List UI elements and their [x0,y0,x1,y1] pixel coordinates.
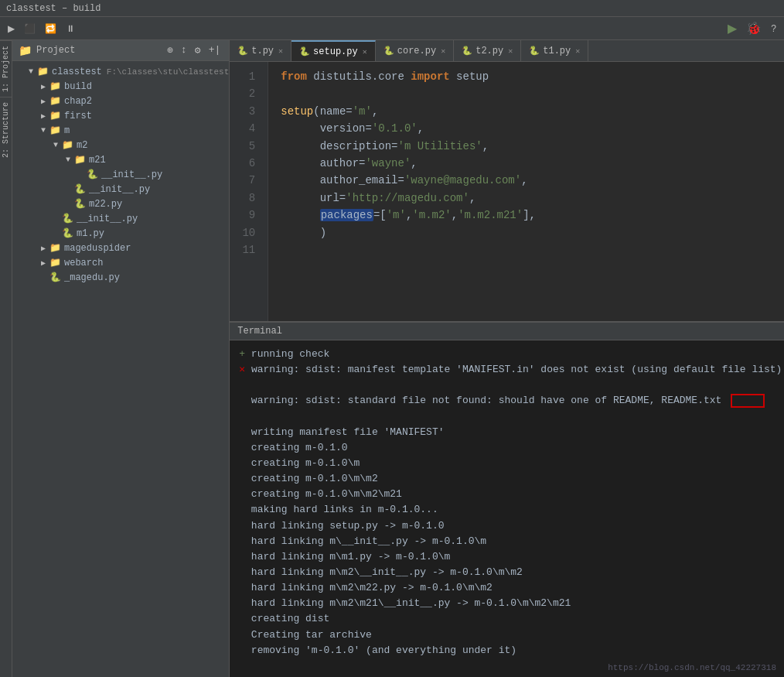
toolbar-btn-2[interactable]: ⬛ [21,22,39,36]
tree-item-m2-init[interactable]: ▶ 🐍 __init__.py [12,182,229,197]
code-line-1: from distutils.core import setup [281,68,779,85]
terminal-line-2: ✕ warning: sdist: manifest template 'MAN… [239,362,782,378]
t1-py-icon: 🐍 [529,46,540,56]
debug-btn[interactable]: 🐞 [743,19,765,37]
file-tree: ▼ 📁 classtest F:\classes\stu\classtest ▶… [12,61,229,677]
code-line-9: packages=['m','m.m2','m.m2.m21'], [281,207,779,224]
tab-t-label: t.py [251,46,274,56]
tree-item-build[interactable]: ▶ 📁 build [12,79,229,94]
tree-item-first[interactable]: ▶ 📁 first [12,108,229,123]
terminal-line-5 [239,409,782,425]
t-py-icon: 🐍 [237,46,248,56]
toolbar-btn-4[interactable]: ⏸ [63,22,78,36]
code-content[interactable]: from distutils.core import setup setup(n… [268,62,784,321]
side-label-project[interactable]: 1: Project [0,40,12,97]
tab-t2-label: t2.py [476,46,503,56]
tree-item-magedu[interactable]: ▶ 🐍 _magedu.py [12,270,229,285]
terminal-title: Terminal [237,326,282,337]
terminal-line-8: creating m-0.1.0\m [239,456,782,471]
tab-setup[interactable]: 🐍 setup.py ✕ [291,40,376,61]
tab-t1[interactable]: 🐍 t1.py ✕ [521,40,588,61]
tree-item-classtest[interactable]: ▼ 📁 classtest F:\classes\stu\classtest [12,64,229,79]
tab-setup-close[interactable]: ✕ [363,47,367,56]
tab-t[interactable]: 🐍 t.py ✕ [230,40,291,61]
terminal-line-1: + running check [239,347,782,362]
run-btn[interactable]: ▶ [724,19,740,37]
terminal-body[interactable]: + running check ✕ warning: sdist: manife… [230,340,784,677]
terminal-line-17: hard linking m\m2\m21\__init__.py -> m-0… [239,596,782,611]
setup-py-icon: 🐍 [299,46,310,56]
tree-item-m2[interactable]: ▼ 📁 m2 [12,138,229,152]
code-line-2 [281,85,779,102]
app-title: classtest – build [6,3,101,14]
tree-item-m-init[interactable]: ▶ 🐍 __init__.py [12,211,229,226]
side-label-structure[interactable]: 2: Structure [0,97,12,162]
code-line-3: setup(name='m', [281,103,779,120]
tab-t-close[interactable]: ✕ [278,46,283,56]
code-editor[interactable]: 1 2 3 4 5 6 7 8 9 10 11 from distutils.c… [230,62,784,321]
terminal-section: Terminal + running check ✕ warning: sdis… [230,321,784,677]
t2-py-icon: 🐍 [462,46,472,56]
selected-token-packages: packages [320,209,373,221]
code-line-4: version='0.1.0', [281,120,779,137]
tab-core-close[interactable]: ✕ [441,46,445,56]
tree-item-m21[interactable]: ▼ 📁 m21 [12,152,229,167]
tree-item-mageduspider[interactable]: ▶ 📁 mageduspider [12,241,229,255]
tree-item-m[interactable]: ▼ 📁 m [12,123,229,138]
tree-item-m1[interactable]: ▶ 🐍 m1.py [12,226,229,241]
tab-core-label: core.py [397,46,436,56]
terminal-line-19: Creating tar archive [239,627,782,643]
tab-t1-close[interactable]: ✕ [575,46,580,56]
project-panel: 📁 Project ⊕ ↕ ⚙ +| ▼ 📁 classtest F:\clas… [12,40,230,677]
terminal-line-4: warning: sdist: standard file not found:… [239,393,782,409]
code-line-5: description='m Utilities', [281,138,779,155]
tab-t2-close[interactable]: ✕ [508,46,513,56]
tab-setup-label: setup.py [313,46,358,57]
core-py-icon: 🐍 [383,46,394,56]
code-line-6: author='wayne', [281,155,779,172]
side-labels: 1: Project 2: Structure [0,40,12,677]
code-line-8: url='http://magedu.com', [281,190,779,207]
tree-item-m22[interactable]: ▶ 🐍 m22.py [12,197,229,211]
project-header: 📁 Project ⊕ ↕ ⚙ +| [12,40,229,61]
terminal-line-20: removing 'm-0.1.0' (and everything under… [239,643,782,658]
code-line-11 [281,241,779,258]
terminal-line-12: hard linking setup.py -> m-0.1.0 [239,518,782,534]
tab-core[interactable]: 🐍 core.py ✕ [376,40,454,61]
tab-t2[interactable]: 🐍 t2.py ✕ [454,40,521,61]
terminal-header: Terminal [230,323,784,340]
terminal-line-10: creating m-0.1.0\m\m2\m21 [239,487,782,502]
terminal-line-13: hard linking m\__init__.py -> m-0.1.0\m [239,534,782,549]
sync-icon[interactable]: ⊕ [165,43,176,57]
error-icon: ✕ [239,364,245,375]
project-header-icons: ⊕ ↕ ⚙ +| [165,43,223,57]
editor-area: 🐍 t.py ✕ 🐍 setup.py ✕ 🐍 core.py ✕ 🐍 t2.p… [230,40,784,677]
code-line-7: author_email='wayne@magedu.com', [281,172,779,189]
watermark: https://blog.csdn.net/qq_42227318 [608,663,776,672]
terminal-line-16: hard linking m\m2\m22.py -> m-0.1.0\m\m2 [239,580,782,596]
help-btn[interactable]: ? [768,22,779,36]
expand-icon[interactable]: +| [206,43,223,57]
toolbar-btn-3[interactable]: 🔁 [42,22,60,36]
main-layout: 1: Project 2: Structure 📁 Project ⊕ ↕ ⚙ … [0,40,784,677]
terminal-line-14: hard linking m\m1.py -> m-0.1.0\m [239,549,782,565]
tab-t1-label: t1.py [543,46,571,56]
toolbar: ▶ ⬛ 🔁 ⏸ ▶ 🐞 ? [0,17,784,40]
tree-item-chap2[interactable]: ▶ 📁 chap2 [12,94,229,108]
terminal-line-18: creating dist [239,611,782,627]
add-icon: + [239,348,245,360]
sort-icon[interactable]: ↕ [179,43,189,57]
terminal-line-6: writing manifest file 'MANIFEST' [239,425,782,440]
terminal-line-7: creating m-0.1.0 [239,440,782,456]
tree-item-webarch[interactable]: ▶ 📁 webarch [12,255,229,270]
settings-icon[interactable]: ⚙ [193,43,203,57]
terminal-line-9: creating m-0.1.0\m\m2 [239,471,782,487]
terminal-line-11: making hard links in m-0.1.0... [239,502,782,518]
project-header-title: Project [36,45,160,56]
title-bar: classtest – build [0,0,784,17]
code-line-10: ) [281,224,779,241]
line-numbers: 1 2 3 4 5 6 7 8 9 10 11 [230,62,268,321]
terminal-line-15: hard linking m\m2\__init__.py -> m-0.1.0… [239,565,782,580]
tree-item-m21-init[interactable]: ▶ 🐍 __init__.py [12,167,229,182]
toolbar-btn-1[interactable]: ▶ [5,22,18,36]
